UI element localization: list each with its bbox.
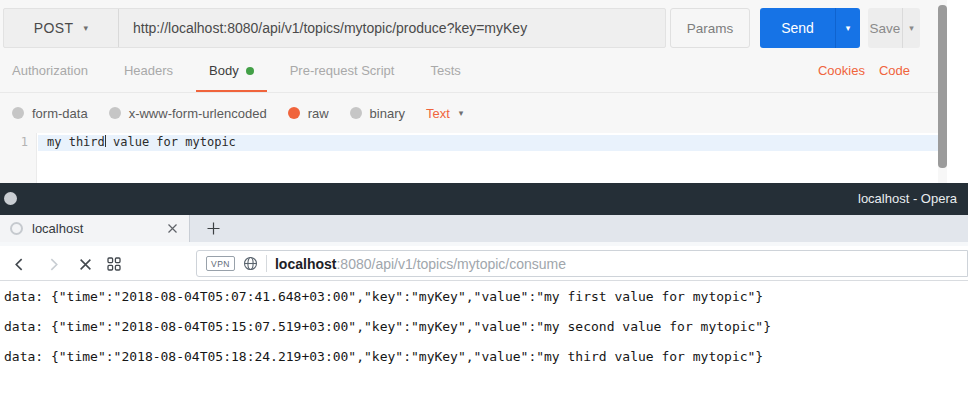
vpn-badge[interactable]: VPN xyxy=(206,256,235,271)
chevron-down-icon: ▾ xyxy=(459,108,464,118)
divider xyxy=(266,255,267,272)
forward-button[interactable] xyxy=(45,256,61,272)
body-type-label: Text xyxy=(426,106,450,121)
tab-pre-request-script[interactable]: Pre-request Script xyxy=(290,63,395,78)
tab-label: Authorization xyxy=(12,63,88,78)
favicon-ring-icon xyxy=(10,222,23,235)
address-bar[interactable]: VPN localhost :8080/api/v1/topics/mytopi… xyxy=(196,250,968,277)
request-tabs: Authorization Headers Body Pre-request S… xyxy=(0,48,938,93)
globe-icon[interactable] xyxy=(243,256,258,271)
mode-form-data[interactable]: form-data xyxy=(12,106,88,121)
tab-tests[interactable]: Tests xyxy=(430,63,460,78)
radio-icon[interactable] xyxy=(12,107,24,119)
sse-data-line: data: {"time":"2018-08-04T05:15:07.519+0… xyxy=(4,319,771,334)
tab-close-icon[interactable] xyxy=(167,223,178,234)
opera-titlebar: localhost - Opera xyxy=(0,183,968,215)
request-bar: POST ▾ http://localhost:8080/api/v1/topi… xyxy=(3,8,666,48)
line-number: 1 xyxy=(21,135,28,149)
scrollbar-track xyxy=(947,0,968,183)
chevron-down-icon: ▾ xyxy=(83,23,88,33)
scrollbar-thumb[interactable] xyxy=(938,5,947,168)
url-input[interactable]: http://localhost:8080/api/v1/topics/myto… xyxy=(119,9,665,47)
mode-label: raw xyxy=(308,106,329,121)
sse-data-line: data: {"time":"2018-08-04T05:18:24.219+0… xyxy=(4,349,763,364)
address-host[interactable]: localhost xyxy=(275,256,336,272)
editor-gutter: 1 xyxy=(0,133,37,183)
tab-label: Body xyxy=(209,63,239,78)
body-mode-row: form-data x-www-form-urlencoded raw bina… xyxy=(0,93,938,133)
tab-label: Tests xyxy=(430,63,460,78)
radio-icon[interactable] xyxy=(350,107,362,119)
speed-dial-button[interactable] xyxy=(106,256,122,272)
raw-body-editor[interactable]: 1 my third value for mytopic xyxy=(0,133,938,183)
postman-app: POST ▾ http://localhost:8080/api/v1/topi… xyxy=(0,0,968,183)
mode-raw[interactable]: raw xyxy=(288,106,329,121)
menu-circle-icon[interactable] xyxy=(4,192,17,205)
plus-icon xyxy=(207,222,220,235)
text-after-cursor: value for mytopic xyxy=(106,135,236,149)
tab-body[interactable]: Body xyxy=(209,63,254,78)
grid-icon xyxy=(107,257,121,271)
browser-tab-title: localhost xyxy=(32,221,167,236)
body-content-green-dot-icon xyxy=(246,67,254,75)
method-dropdown[interactable]: POST ▾ xyxy=(4,9,119,47)
tab-links: Cookies Code xyxy=(818,48,910,93)
window-title: localhost - Opera xyxy=(858,183,957,214)
close-icon xyxy=(79,258,92,271)
back-button[interactable] xyxy=(11,256,27,272)
browser-tabstrip: localhost xyxy=(0,215,968,242)
mode-label: x-www-form-urlencoded xyxy=(129,106,267,121)
cookies-link[interactable]: Cookies xyxy=(818,63,865,78)
stop-reload-button[interactable] xyxy=(77,256,93,272)
tab-label: Pre-request Script xyxy=(290,63,395,78)
text-before-cursor: my third xyxy=(47,135,105,149)
browser-toolbar: VPN localhost :8080/api/v1/topics/mytopi… xyxy=(0,246,968,281)
sse-data-line: data: {"time":"2018-08-04T05:07:41.648+0… xyxy=(4,289,763,304)
address-path[interactable]: :8080/api/v1/topics/mytopic/consume xyxy=(336,256,566,272)
radio-icon[interactable] xyxy=(109,107,121,119)
save-button[interactable]: Save ▾ xyxy=(868,8,920,48)
body-type-dropdown[interactable]: Text ▾ xyxy=(426,106,463,121)
screen: POST ▾ http://localhost:8080/api/v1/topi… xyxy=(0,0,968,403)
tab-headers[interactable]: Headers xyxy=(124,63,173,78)
method-label: POST xyxy=(34,20,74,36)
chevron-left-icon xyxy=(13,258,26,271)
mode-binary[interactable]: binary xyxy=(350,106,405,121)
new-tab-button[interactable] xyxy=(198,215,228,242)
mode-label: form-data xyxy=(32,106,88,121)
mode-label: binary xyxy=(370,106,405,121)
tab-authorization[interactable]: Authorization xyxy=(12,63,88,78)
save-label[interactable]: Save xyxy=(868,8,902,48)
send-options-chevron-down-icon[interactable]: ▾ xyxy=(836,8,860,48)
opera-browser: localhost - Opera localhost xyxy=(0,183,968,403)
browser-tab-localhost[interactable]: localhost xyxy=(0,215,190,242)
tab-label: Headers xyxy=(124,63,173,78)
send-button[interactable]: Send ▾ xyxy=(760,8,860,48)
editor-text[interactable]: my third value for mytopic xyxy=(47,135,236,151)
chevron-right-icon xyxy=(47,258,60,271)
save-options-chevron-down-icon[interactable]: ▾ xyxy=(903,8,920,48)
page-content: data: {"time":"2018-08-04T05:07:41.648+0… xyxy=(0,281,968,403)
params-button[interactable]: Params xyxy=(670,8,750,48)
mode-x-www-form-urlencoded[interactable]: x-www-form-urlencoded xyxy=(109,106,267,121)
code-link[interactable]: Code xyxy=(879,63,910,78)
send-label[interactable]: Send xyxy=(760,8,835,48)
radio-selected-icon[interactable] xyxy=(288,107,300,119)
